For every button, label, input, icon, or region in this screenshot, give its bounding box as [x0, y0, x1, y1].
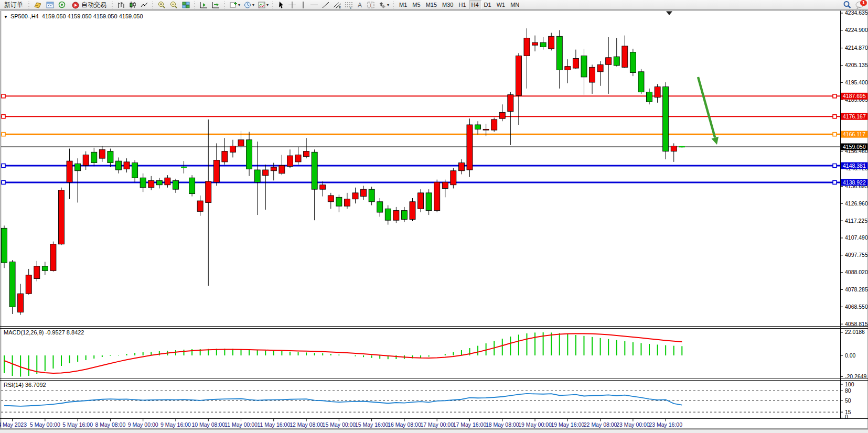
svg-text:F: F — [350, 6, 352, 9]
notification-badge: 1 — [860, 0, 867, 6]
svg-text:4195.400: 4195.400 — [845, 79, 868, 85]
auto-trading-button[interactable]: 自动交易 — [68, 1, 110, 9]
timeframe-button-MN[interactable]: MN — [508, 1, 522, 9]
svg-text:23 May 00:00: 23 May 00:00 — [616, 421, 650, 428]
text-icon[interactable]: A — [355, 1, 365, 9]
svg-text:4148.381: 4148.381 — [843, 163, 866, 169]
chart-canvas[interactable]: 4234.6354224.9004214.8704205.1354195.400… — [0, 10, 868, 433]
toolbar-grip — [111, 1, 114, 9]
svg-text:15 May 00:00: 15 May 00:00 — [323, 421, 356, 428]
timeframe-button-M30[interactable]: M30 — [440, 1, 456, 9]
toolbar-grip — [271, 1, 275, 9]
timeframe-button-M5[interactable]: M5 — [410, 1, 423, 9]
window-bottom-strip — [0, 429, 868, 433]
arrows-icon[interactable]: ▾ — [377, 1, 391, 9]
auto-trading-label: 自动交易 — [81, 1, 106, 9]
svg-text:50: 50 — [845, 397, 851, 404]
indicators-icon[interactable]: ▾ — [228, 1, 242, 9]
svg-text:4126.960: 4126.960 — [845, 200, 868, 207]
svg-text:4117.225: 4117.225 — [845, 218, 867, 224]
toolbar-grip — [223, 1, 227, 9]
rsi-indicator-label: RSI(14) 36.7092 — [4, 382, 46, 388]
svg-text:5 May 16:00: 5 May 16:00 — [62, 421, 93, 428]
channel-icon[interactable]: E — [331, 1, 343, 9]
svg-text:22.0186: 22.0186 — [845, 329, 865, 335]
svg-text:12 May 08:00: 12 May 08:00 — [290, 421, 323, 428]
toolbar-grip — [27, 1, 31, 9]
svg-text:4107.490: 4107.490 — [845, 234, 868, 241]
new-chart-icon[interactable] — [32, 1, 44, 9]
svg-text:80: 80 — [845, 387, 851, 394]
svg-text:19 May 00:00: 19 May 00:00 — [518, 421, 552, 428]
svg-text:4205.135: 4205.135 — [845, 62, 868, 68]
svg-text:4176.167: 4176.167 — [843, 113, 866, 120]
search-icon[interactable] — [841, 1, 853, 9]
svg-text:15 May 16:00: 15 May 16:00 — [355, 421, 389, 428]
macd-indicator-label: MACD(12,26,9) -0.9527 8.8422 — [4, 329, 84, 335]
line-chart-icon[interactable] — [138, 1, 150, 9]
trendline-icon[interactable] — [320, 1, 331, 9]
candlestick-chart-icon[interactable] — [127, 1, 138, 9]
timeframe-button-M15[interactable]: M15 — [423, 1, 440, 9]
svg-text:-20.2649: -20.2649 — [845, 373, 867, 380]
toolbar-grip — [151, 1, 155, 9]
toolbar-grip — [193, 1, 197, 9]
svg-text:4078.285: 4078.285 — [845, 286, 868, 293]
timeframe-button-W1[interactable]: W1 — [494, 1, 508, 9]
cursor-icon[interactable] — [276, 1, 286, 9]
timeframe-button-H4[interactable]: H4 — [469, 1, 481, 9]
chart-title-text: SP500-,H4 4159.050 4159.050 4159.050 415… — [10, 13, 143, 19]
bars-chart-icon[interactable] — [115, 1, 127, 9]
new-order-button[interactable]: 新订单 — [1, 1, 26, 9]
hline-icon[interactable] — [308, 1, 320, 9]
svg-text:18 May 08:00: 18 May 08:00 — [486, 421, 519, 428]
svg-text:A: A — [358, 2, 362, 9]
strategy-icon[interactable] — [56, 1, 68, 9]
toolbar-grip — [392, 1, 395, 9]
chart-shift-icon[interactable] — [210, 1, 222, 9]
profiles-icon[interactable] — [44, 1, 56, 9]
svg-text:4 May 2023: 4 May 2023 — [0, 421, 27, 428]
svg-text:4097.755: 4097.755 — [845, 252, 868, 258]
svg-text:4166.117: 4166.117 — [843, 131, 865, 137]
svg-text:5 May 00:00: 5 May 00:00 — [30, 421, 60, 428]
svg-text:11 May 00:00: 11 May 00:00 — [224, 421, 258, 428]
svg-text:4138.922: 4138.922 — [843, 179, 866, 186]
zoom-out-icon[interactable] — [168, 1, 180, 9]
svg-text:0.00: 0.00 — [845, 352, 856, 359]
svg-text:17 May 16:00: 17 May 16:00 — [453, 421, 487, 428]
templates-icon[interactable]: ▾ — [256, 1, 270, 9]
auto-trading-icon — [71, 1, 80, 9]
trading-terminal: 新订单 自动交易 — [0, 0, 868, 433]
vline-icon[interactable] — [298, 1, 308, 9]
svg-text:4159.050: 4159.050 — [843, 144, 866, 150]
chart-symbol-title[interactable]: ▼SP500-,H4 4159.050 4159.050 4159.050 41… — [4, 13, 143, 19]
svg-text:4068.550: 4068.550 — [845, 304, 868, 310]
collapse-triangle-icon: ▼ — [4, 15, 8, 19]
svg-text:17 May 00:00: 17 May 00:00 — [420, 421, 454, 428]
svg-text:22 May 08:00: 22 May 08:00 — [584, 421, 617, 428]
tile-windows-icon[interactable] — [180, 1, 192, 9]
timeframe-group: M1M5M15M30H1H4D1W1MN — [397, 1, 522, 9]
main-toolbar: 新订单 自动交易 — [0, 0, 868, 10]
fibonacci-icon[interactable]: F — [343, 1, 355, 9]
crosshair-icon[interactable] — [286, 1, 298, 9]
svg-text:10 May 08:00: 10 May 08:00 — [191, 421, 225, 428]
zoom-in-icon[interactable] — [156, 1, 168, 9]
svg-text:4187.695: 4187.695 — [843, 93, 866, 99]
svg-text:T: T — [369, 3, 372, 8]
svg-text:9 May 16:00: 9 May 16:00 — [160, 421, 191, 428]
auto-scroll-icon[interactable] — [198, 1, 210, 9]
svg-text:8 May 08:00: 8 May 08:00 — [95, 421, 126, 428]
svg-text:4088.020: 4088.020 — [845, 269, 868, 275]
svg-text:16 May 08:00: 16 May 08:00 — [388, 421, 421, 428]
label-icon[interactable]: T — [365, 1, 377, 9]
svg-text:4214.870: 4214.870 — [845, 45, 868, 51]
timeframe-button-H1[interactable]: H1 — [456, 1, 468, 9]
svg-text:0: 0 — [845, 414, 848, 420]
timeframe-button-D1[interactable]: D1 — [481, 1, 494, 9]
timeframe-button-M1[interactable]: M1 — [397, 1, 410, 9]
svg-text:100: 100 — [845, 381, 854, 387]
svg-text:23 May 16:00: 23 May 16:00 — [649, 421, 682, 428]
periods-icon[interactable]: ▾ — [242, 1, 256, 9]
